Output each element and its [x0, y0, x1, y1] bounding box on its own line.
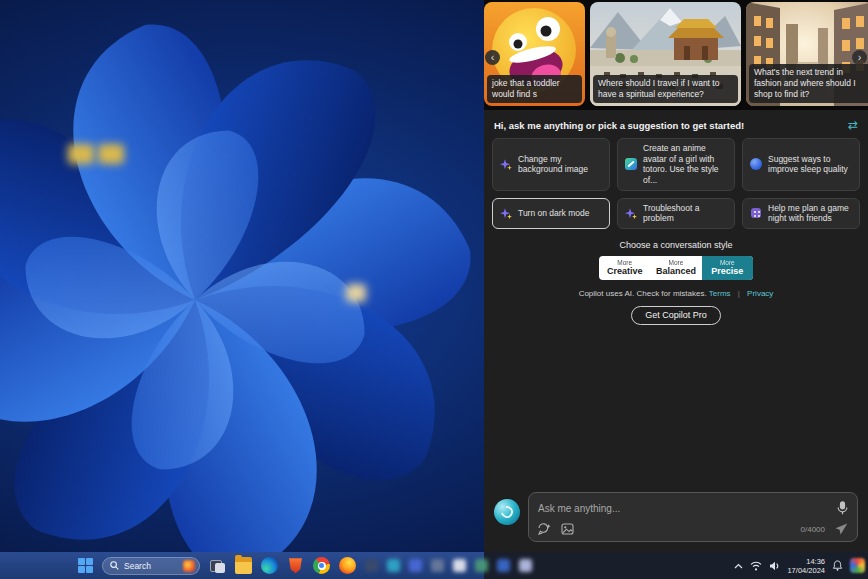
wifi-icon[interactable]: [750, 561, 762, 571]
suggestion-label: Create an anime avatar of a girl with to…: [643, 143, 727, 186]
character-counter: 0/4000: [801, 525, 825, 534]
sleep-icon: [750, 158, 762, 170]
task-view-icon[interactable]: [209, 557, 226, 574]
copilot-avatar: [494, 499, 520, 525]
notification-bell-icon[interactable]: [832, 560, 843, 571]
desktop-screen: joke that a toddler would find s: [0, 0, 868, 579]
pinned-app-icon[interactable]: [475, 559, 488, 572]
taskbar-search-box[interactable]: Search: [102, 557, 200, 575]
privacy-link[interactable]: Privacy: [747, 289, 773, 298]
firefox-browser-icon[interactable]: [339, 557, 356, 574]
style-option-creative[interactable]: More Creative: [599, 256, 650, 280]
style-option-name: Precise: [702, 266, 753, 276]
style-option-prefix: More: [650, 259, 701, 266]
desktop-shortcut-icon[interactable]: [98, 144, 124, 164]
pinned-app-icon[interactable]: [431, 559, 444, 572]
pinned-app-icon[interactable]: [453, 559, 466, 572]
greeting-row: Hi, ask me anything or pick a suggestion…: [484, 110, 868, 138]
style-option-prefix: More: [702, 259, 753, 266]
pinned-app-icon[interactable]: [519, 559, 532, 572]
microphone-icon[interactable]: [837, 501, 848, 515]
card-caption: joke that a toddler would find s: [487, 75, 582, 103]
add-image-icon[interactable]: [561, 523, 574, 535]
greeting-text: Hi, ask me anything or pick a suggestion…: [494, 120, 744, 131]
brave-browser-icon[interactable]: [287, 557, 304, 574]
ai-disclaimer: Copilot uses AI. Check for mistakes. Ter…: [484, 289, 868, 298]
suggestion-carousel: joke that a toddler would find s: [484, 0, 868, 110]
pinned-app-icon[interactable]: [497, 559, 510, 572]
chevron-right-icon: ›: [858, 52, 862, 63]
style-option-name: Balanced: [650, 266, 701, 276]
suggestion-label: Troubleshoot a problem: [643, 203, 727, 224]
tray-colorful-app-icon[interactable]: [850, 558, 865, 573]
taskbar: Search: [0, 552, 868, 579]
conversation-style-selector: More Creative More Balanced More Precise: [599, 256, 753, 280]
edge-browser-icon[interactable]: [261, 557, 278, 574]
suggestion-dark-mode-button[interactable]: Turn on dark mode: [492, 198, 610, 229]
file-explorer-icon[interactable]: [235, 557, 252, 574]
style-option-precise[interactable]: More Precise: [702, 256, 753, 280]
taskbar-icons: Search: [78, 552, 532, 579]
pinned-app-icon[interactable]: [387, 559, 400, 572]
copilot-panel: joke that a toddler would find s: [484, 0, 868, 552]
pinned-app-icon[interactable]: [409, 559, 422, 572]
suggestion-troubleshoot-button[interactable]: Troubleshoot a problem: [617, 198, 735, 229]
clock-date: 17/04/2024: [787, 566, 825, 575]
clock-time: 14:36: [787, 557, 825, 566]
suggestion-card-travel[interactable]: Where should I travel if I want to have …: [590, 2, 741, 106]
carousel-next-button[interactable]: ›: [852, 50, 867, 65]
suggestion-grid: Change my background image Create an ani…: [484, 138, 868, 229]
suggestion-game-night-button[interactable]: Help me plan a game night with friends: [742, 198, 860, 229]
start-button[interactable]: [78, 558, 93, 573]
designer-icon: [625, 158, 637, 170]
chevron-left-icon: ‹: [491, 52, 495, 63]
chrome-browser-icon[interactable]: [313, 557, 330, 574]
desktop-shortcut-icon[interactable]: [68, 144, 94, 164]
suggestion-change-background-button[interactable]: Change my background image: [492, 138, 610, 191]
suggestion-label: Help me plan a game night with friends: [768, 203, 852, 224]
style-option-balanced[interactable]: More Balanced: [650, 256, 701, 280]
terms-link[interactable]: Terms: [709, 289, 731, 298]
sparkle-icon: [500, 207, 512, 219]
send-icon[interactable]: [835, 523, 848, 535]
panel-empty-space: [484, 325, 868, 492]
link-separator: |: [738, 289, 740, 298]
search-icon: [110, 561, 119, 570]
chat-input-area: 0/4000: [484, 492, 868, 552]
search-highlight-icon: [183, 560, 195, 572]
get-copilot-pro-button[interactable]: Get Copilot Pro: [631, 306, 721, 325]
game-die-icon: [750, 207, 762, 219]
ask-input[interactable]: [538, 503, 831, 514]
taskbar-clock[interactable]: 14:36 17/04/2024: [787, 557, 825, 575]
sparkle-icon: [625, 207, 637, 219]
suggestion-label: Suggest ways to improve sleep quality: [768, 154, 852, 175]
carousel-prev-button[interactable]: ‹: [485, 50, 500, 65]
suggestion-anime-avatar-button[interactable]: Create an anime avatar of a girl with to…: [617, 138, 735, 191]
volume-icon[interactable]: [769, 561, 780, 571]
search-label: Search: [124, 561, 178, 571]
tray-chevron-up-icon[interactable]: [734, 563, 743, 569]
desktop-shortcut-icon[interactable]: [346, 284, 366, 302]
pinned-app-icon[interactable]: [365, 559, 378, 572]
suggestion-label: Change my background image: [518, 154, 602, 175]
chat-input-box[interactable]: 0/4000: [528, 492, 858, 542]
disclaimer-text: Copilot uses AI. Check for mistakes.: [579, 289, 707, 298]
card-caption: Where should I travel if I want to have …: [593, 75, 738, 103]
style-option-name: Creative: [599, 266, 650, 276]
sparkle-icon: [500, 158, 512, 170]
conversation-style-label: Choose a conversation style: [484, 240, 868, 250]
card-caption: What's the next trend in fashion and whe…: [749, 64, 868, 103]
suggestion-card-fashion[interactable]: What's the next trend in fashion and whe…: [746, 2, 868, 106]
new-topic-icon[interactable]: [538, 523, 551, 535]
refresh-suggestions-icon[interactable]: ⇄: [848, 119, 858, 131]
suggestion-label: Turn on dark mode: [518, 208, 590, 219]
style-option-prefix: More: [599, 259, 650, 266]
suggestion-sleep-quality-button[interactable]: Suggest ways to improve sleep quality: [742, 138, 860, 191]
system-tray: 14:36 17/04/2024: [734, 552, 865, 579]
